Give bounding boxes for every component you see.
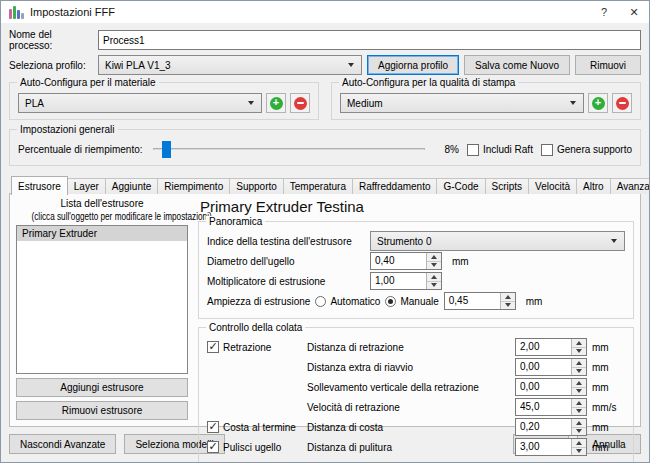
width-auto-radio[interactable] bbox=[315, 296, 326, 307]
remove-extruder-button[interactable]: Rimuovi estrusore bbox=[16, 401, 188, 420]
generate-support-checkbox[interactable] bbox=[541, 144, 553, 156]
spin-down-icon[interactable] bbox=[572, 447, 586, 456]
slider-thumb[interactable] bbox=[162, 141, 171, 158]
spin-up-icon[interactable] bbox=[572, 379, 586, 387]
add-extruder-button[interactable]: Aggiungi estrusore bbox=[16, 378, 188, 397]
spin-up-icon[interactable] bbox=[427, 273, 441, 281]
extrusion-width-spinner[interactable]: 0,45 bbox=[444, 292, 516, 310]
retraction-distance-label: Distanza di retrazione bbox=[307, 342, 515, 353]
extra-restart-distance-spinner[interactable]: 0,00 bbox=[515, 358, 587, 376]
spinner-arrows[interactable] bbox=[571, 439, 586, 455]
overview-title: Panoramica bbox=[206, 216, 265, 227]
spinner-arrows[interactable] bbox=[571, 339, 586, 355]
coast-checkbox[interactable] bbox=[207, 421, 219, 433]
extruder-tab-panel: Lista dell'estrusore (clicca sull'oggett… bbox=[9, 193, 641, 427]
spin-down-icon[interactable] bbox=[501, 301, 515, 310]
profile-select[interactable]: Kiwi PLA V1_3 bbox=[98, 55, 362, 75]
spin-down-icon[interactable] bbox=[572, 347, 586, 356]
chevron-down-icon bbox=[611, 239, 617, 243]
remove-material-button[interactable] bbox=[290, 93, 310, 113]
width-manual-label: Manuale bbox=[400, 296, 438, 307]
unit-label: mm bbox=[587, 442, 625, 453]
spin-up-icon[interactable] bbox=[572, 339, 586, 347]
window-title: Impostazioni FFF bbox=[30, 6, 115, 18]
spinner-arrows[interactable] bbox=[426, 273, 441, 289]
spin-up-icon[interactable] bbox=[501, 293, 515, 301]
material-select[interactable]: PLA bbox=[18, 93, 262, 113]
spinner-arrows[interactable] bbox=[500, 293, 515, 309]
spin-up-icon[interactable] bbox=[572, 439, 586, 447]
spin-up-icon[interactable] bbox=[572, 359, 586, 367]
tab-velocita[interactable]: Velocità bbox=[528, 178, 577, 194]
generate-support-label: Genera supporto bbox=[557, 144, 632, 155]
retraction-speed-spinner[interactable]: 45,0 bbox=[515, 398, 587, 416]
spinner-arrows[interactable] bbox=[426, 253, 441, 269]
update-profile-button[interactable]: Aggiorna profilo bbox=[367, 55, 459, 75]
tab-aggiunte[interactable]: Aggiunte bbox=[105, 178, 158, 194]
tab-layer[interactable]: Layer bbox=[67, 178, 106, 194]
nozzle-diameter-label: Diametro dell'ugello bbox=[207, 256, 365, 267]
width-manual-radio[interactable] bbox=[385, 296, 396, 307]
spin-up-icon[interactable] bbox=[572, 419, 586, 427]
list-item[interactable]: Primary Extruder bbox=[17, 226, 187, 241]
auto-quality-group: Auto-Configura per la qualità di stampa … bbox=[331, 82, 641, 120]
tab-estrusore[interactable]: Estrusore bbox=[11, 176, 68, 195]
toolhead-select[interactable]: Strumento 0 bbox=[370, 231, 625, 251]
retraction-label: Retrazione bbox=[223, 342, 271, 353]
save-as-new-button[interactable]: Salva come Nuovo bbox=[464, 55, 570, 75]
add-quality-button[interactable] bbox=[588, 93, 608, 113]
spin-down-icon[interactable] bbox=[572, 387, 586, 396]
minus-icon bbox=[294, 97, 307, 110]
extrusion-multiplier-label: Moltiplicatore di estrusione bbox=[207, 276, 365, 287]
process-name-label: Nome del processo: bbox=[9, 29, 93, 51]
profile-label: Seleziona profilo: bbox=[9, 60, 93, 71]
tab-raffreddamento[interactable]: Raffreddamento bbox=[352, 178, 438, 194]
include-raft-checkbox[interactable] bbox=[467, 144, 479, 156]
hide-advanced-button[interactable]: Nascondi Avanzate bbox=[9, 434, 116, 454]
tab-supporto[interactable]: Supporto bbox=[229, 178, 284, 194]
tab-gcode[interactable]: G-Code bbox=[436, 178, 485, 194]
quality-select[interactable]: Medium bbox=[340, 93, 584, 113]
spin-up-icon[interactable] bbox=[427, 253, 441, 261]
close-button[interactable]: ✕ bbox=[619, 1, 649, 23]
spin-down-icon[interactable] bbox=[427, 281, 441, 290]
wipe-distance-spinner[interactable]: 3,00 bbox=[515, 438, 587, 456]
spinner-arrows[interactable] bbox=[571, 379, 586, 395]
unit-label: mm bbox=[587, 382, 625, 393]
infill-slider[interactable] bbox=[151, 140, 427, 159]
nozzle-diameter-spinner[interactable]: 0,40 bbox=[370, 252, 442, 270]
remove-profile-button[interactable]: Rimuovi bbox=[575, 55, 641, 75]
help-button[interactable]: ? bbox=[589, 1, 619, 23]
tab-riempimento[interactable]: Riempimento bbox=[157, 178, 230, 194]
spin-down-icon[interactable] bbox=[427, 261, 441, 270]
extrusion-multiplier-spinner[interactable]: 1,00 bbox=[370, 272, 442, 290]
spin-down-icon[interactable] bbox=[572, 407, 586, 416]
add-material-button[interactable] bbox=[266, 93, 286, 113]
spin-up-icon[interactable] bbox=[572, 399, 586, 407]
overview-group: Panoramica Indice della testina dell'est… bbox=[198, 221, 634, 319]
extruder-list-hint-line2: (clicca sull'oggetto per modificare le i… bbox=[31, 211, 172, 224]
spinner-arrows[interactable] bbox=[571, 419, 586, 435]
wipe-nozzle-checkbox[interactable] bbox=[207, 441, 219, 453]
tab-scripts[interactable]: Scripts bbox=[485, 178, 530, 194]
vertical-lift-spinner[interactable]: 0,00 bbox=[515, 378, 587, 396]
tab-altro[interactable]: Altro bbox=[576, 178, 611, 194]
spin-down-icon[interactable] bbox=[572, 367, 586, 376]
remove-quality-button[interactable] bbox=[612, 93, 632, 113]
chevron-down-icon bbox=[570, 101, 576, 105]
spinner-arrows[interactable] bbox=[571, 399, 586, 415]
process-name-input[interactable] bbox=[98, 30, 641, 50]
general-settings-group: Impostazioni generali Percentuale di rie… bbox=[9, 129, 641, 166]
infill-label: Percentuale di riempimento: bbox=[18, 144, 143, 155]
retraction-checkbox[interactable] bbox=[207, 341, 219, 353]
tab-temperatura[interactable]: Temperatura bbox=[283, 178, 353, 194]
spinner-arrows[interactable] bbox=[571, 359, 586, 375]
title-bar: Impostazioni FFF ? ✕ bbox=[1, 1, 649, 23]
retraction-distance-spinner[interactable]: 2,00 bbox=[515, 338, 587, 356]
spin-down-icon[interactable] bbox=[572, 427, 586, 436]
include-raft-label: Includi Raft bbox=[483, 144, 533, 155]
plus-icon bbox=[270, 97, 283, 110]
extruder-listbox[interactable]: Primary Extruder bbox=[16, 225, 188, 374]
coast-distance-spinner[interactable]: 0,20 bbox=[515, 418, 587, 436]
tab-avanzate[interactable]: Avanzate bbox=[610, 178, 650, 194]
